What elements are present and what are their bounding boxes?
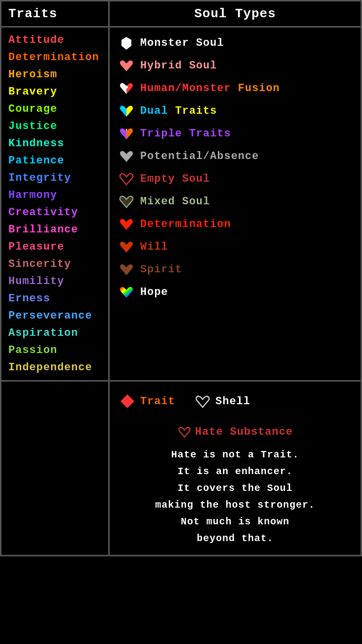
content-row: Attitude Determination Heroism Bravery C… — [1, 28, 361, 382]
hope-soul-icon — [118, 283, 135, 301]
trait-integrity: Integrity — [1, 169, 108, 187]
determination-soul-icon — [118, 215, 135, 233]
soul-types-column: Monster Soul Hybrid Soul — [110, 28, 361, 380]
hate-substance-section: Hate Substance Hate is not a Trait. It i… — [120, 425, 351, 547]
traits-column: Attitude Determination Heroism Bravery C… — [1, 28, 110, 380]
trait-justice: Justice — [1, 118, 108, 135]
triple-traits-icon — [118, 125, 135, 142]
trait-aspiration: Aspiration — [1, 324, 108, 342]
dual-traits-icon — [118, 102, 135, 120]
legend-row: Trait Shell — [120, 389, 351, 413]
soul-hybrid: Hybrid Soul — [118, 54, 353, 77]
trait-determination: Determination — [1, 49, 108, 66]
trait-sincerity: Sincerity — [1, 256, 108, 273]
trait-patience: Patience — [1, 152, 108, 169]
hybrid-soul-icon — [118, 57, 135, 74]
bottom-right-section: Trait Shell Hate Substance — [110, 382, 361, 555]
trait-bravery: Bravery — [1, 83, 108, 100]
trait-creativity: Creativity — [1, 204, 108, 221]
trait-perseverance: Perseverance — [1, 307, 108, 324]
trait-humility: Humility — [1, 273, 108, 290]
hate-description-text: Hate is not a Trait. It is an enhancer. … — [120, 447, 351, 547]
trait-heroism: Heroism — [1, 66, 108, 83]
soul-hope: Hope — [118, 281, 353, 303]
soul-determination: Determination — [118, 213, 353, 235]
trait-brilliance: Brilliance — [1, 221, 108, 238]
soul-dual-traits: Dual Traits — [118, 99, 353, 122]
shell-legend-icon — [195, 393, 211, 409]
soul-mixed: Mixed Soul — [118, 190, 353, 213]
soul-spirit: Spirit — [118, 258, 353, 281]
hate-substance-icon — [178, 425, 191, 439]
bottom-traits-column — [1, 382, 110, 555]
trait-erness: Erness — [1, 290, 108, 307]
soul-monster: Monster Soul — [118, 32, 353, 54]
svg-marker-0 — [121, 37, 131, 50]
trait-kindness: Kindness — [1, 135, 108, 152]
header-row: Traits Soul Types — [1, 1, 361, 28]
soul-types-header: Soul Types — [110, 1, 361, 26]
soul-will: Will — [118, 235, 353, 258]
trait-pleasure: Pleasure — [1, 238, 108, 256]
trait-harmony: Harmony — [1, 187, 108, 204]
bottom-row: Trait Shell Hate Substance — [1, 382, 361, 555]
trait-legend-item: Trait — [120, 393, 175, 409]
trait-legend-icon — [120, 393, 135, 409]
will-soul-icon — [118, 238, 135, 256]
traits-header: Traits — [1, 1, 110, 26]
monster-soul-icon — [118, 34, 135, 52]
trait-courage: Courage — [1, 100, 108, 118]
empty-soul-icon — [118, 170, 135, 188]
soul-human-monster-fusion: Human/Monster Fusion — [118, 77, 353, 99]
svg-marker-2 — [121, 394, 134, 408]
soul-empty: Empty Soul — [118, 167, 353, 190]
trait-attitude: Attitude — [1, 32, 108, 49]
shell-legend-item: Shell — [195, 393, 250, 409]
mixed-soul-icon — [118, 193, 135, 210]
trait-independence: Independence — [1, 359, 108, 376]
spirit-soul-icon — [118, 260, 135, 278]
hate-substance-title: Hate Substance — [120, 425, 351, 439]
potential-absence-icon — [118, 147, 135, 165]
svg-point-1 — [125, 86, 128, 89]
trait-passion: Passion — [1, 342, 108, 359]
soul-triple-traits: Triple Traits — [118, 122, 353, 145]
fusion-soul-icon — [118, 79, 135, 97]
main-table: Traits Soul Types Attitude Determination… — [0, 0, 362, 556]
soul-potential-absence: Potential/Absence — [118, 145, 353, 167]
